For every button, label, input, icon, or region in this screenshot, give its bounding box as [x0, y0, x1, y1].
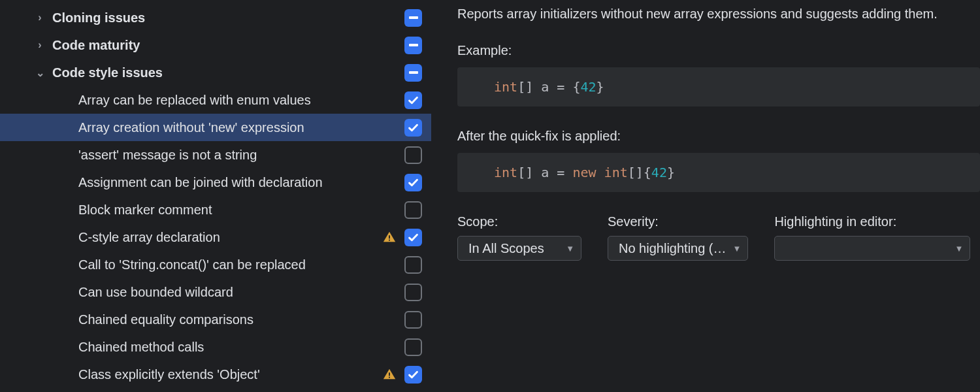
- svg-rect-0: [389, 235, 390, 238]
- tree-item-label: Array creation without 'new' expression: [78, 120, 404, 135]
- chevron-down-icon: ▼: [566, 244, 574, 253]
- checkbox[interactable]: [404, 64, 422, 82]
- chevron-right-icon: ›: [33, 12, 47, 24]
- tree-item-label: Chained method calls: [78, 340, 404, 355]
- svg-rect-1: [389, 240, 390, 241]
- tree-item-label: C-style array declaration: [78, 230, 381, 245]
- checkbox[interactable]: [404, 37, 422, 54]
- tree-item[interactable]: Chained method calls: [0, 333, 431, 361]
- svg-rect-3: [389, 377, 390, 378]
- checkbox[interactable]: [404, 119, 422, 137]
- tree-item[interactable]: Can use bounded wildcard: [0, 278, 431, 306]
- tree-item-label: Class explicitly extends 'Object': [78, 367, 381, 382]
- severity-combo[interactable]: No highlighting (… ▼: [608, 236, 748, 261]
- example-code: int[] a = {42}: [457, 67, 980, 106]
- tree-item[interactable]: Array creation without 'new' expression: [0, 114, 431, 141]
- controls-row: Scope: In All Scopes ▼ Severity: No high…: [457, 214, 980, 261]
- highlighting-combo[interactable]: ▼: [774, 236, 970, 261]
- chevron-down-icon: ⌄: [33, 67, 47, 79]
- inspection-tree: ›Cloning issues›Code maturity⌄Code style…: [0, 0, 431, 392]
- tree-category-label: Code maturity: [52, 38, 404, 53]
- chevron-down-icon: ▼: [733, 244, 742, 253]
- tree-item-label: Call to 'String.concat()' can be replace…: [78, 257, 404, 272]
- tree-item-label: 'assert' message is not a string: [78, 148, 404, 163]
- checkbox[interactable]: [404, 229, 422, 246]
- severity-label: Severity:: [608, 214, 748, 229]
- chevron-down-icon: ▼: [955, 244, 964, 253]
- tree-item[interactable]: Class explicitly extends 'Object': [0, 361, 431, 388]
- tree-item[interactable]: Assignment can be joined with declaratio…: [0, 169, 431, 196]
- tree-category-label: Code style issues: [52, 65, 404, 80]
- checkbox[interactable]: [404, 256, 422, 274]
- tree-category-label: Cloning issues: [52, 10, 404, 25]
- tree-item[interactable]: Block marker comment: [0, 196, 431, 223]
- example-label: Example:: [457, 43, 980, 58]
- tree-item[interactable]: Call to 'String.concat()' can be replace…: [0, 251, 431, 278]
- checkbox[interactable]: [404, 338, 422, 356]
- checkbox[interactable]: [404, 311, 422, 329]
- checkbox[interactable]: [404, 174, 422, 191]
- checkbox[interactable]: [404, 9, 422, 27]
- tree-item[interactable]: Array can be replaced with enum values: [0, 86, 431, 114]
- tree-item-label: Block marker comment: [78, 203, 404, 218]
- checkbox[interactable]: [404, 146, 422, 164]
- tree-item-label: Assignment can be joined with declaratio…: [78, 175, 404, 190]
- checkbox[interactable]: [404, 366, 422, 384]
- scope-combo[interactable]: In All Scopes ▼: [457, 236, 581, 261]
- checkbox[interactable]: [404, 201, 422, 219]
- warning-icon: [381, 366, 398, 383]
- tree-item[interactable]: 'assert' message is not a string: [0, 141, 431, 169]
- inspection-description: Reports array initializers without new a…: [457, 4, 967, 24]
- tree-item[interactable]: C-style array declaration: [0, 223, 431, 251]
- tree-item-label: Array can be replaced with enum values: [78, 93, 404, 108]
- after-label: After the quick-fix is applied:: [457, 129, 980, 144]
- tree-item-label: Can use bounded wildcard: [78, 285, 404, 300]
- inspection-detail: Reports array initializers without new a…: [431, 0, 980, 392]
- checkbox[interactable]: [404, 284, 422, 301]
- svg-rect-2: [389, 372, 390, 376]
- scope-label: Scope:: [457, 214, 581, 229]
- after-code: int[] a = new int[]{42}: [457, 153, 980, 192]
- tree-category[interactable]: ›Code maturity: [0, 31, 431, 59]
- warning-icon: [381, 229, 398, 246]
- chevron-right-icon: ›: [33, 39, 47, 51]
- highlighting-label: Highlighting in editor:: [774, 214, 970, 229]
- tree-item-label: Chained equality comparisons: [78, 312, 404, 327]
- tree-category[interactable]: ⌄Code style issues: [0, 59, 431, 86]
- tree-category[interactable]: ›Cloning issues: [0, 4, 431, 31]
- tree-item[interactable]: Chained equality comparisons: [0, 306, 431, 333]
- checkbox[interactable]: [404, 91, 422, 109]
